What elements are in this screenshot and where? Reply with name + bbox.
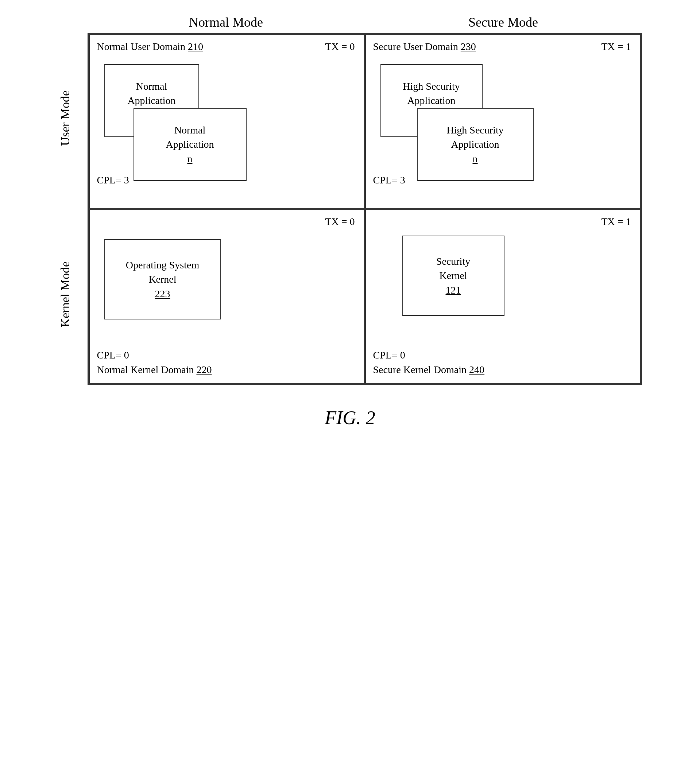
security-kernel-box: Security Kernel 121 — [402, 236, 504, 316]
os-kernel-text: Operating System Kernel 223 — [126, 258, 199, 301]
secure-user-cpl: CPL= 3 — [373, 174, 405, 186]
secure-kernel-cpl: CPL= 0 — [373, 349, 405, 361]
user-mode-label: User Mode — [58, 91, 88, 146]
high-app-n-text: High Security Application n — [446, 123, 503, 166]
normal-kernel-domain-label: Normal Kernel Domain 220 — [97, 364, 212, 376]
normal-user-domain-title: Normal User Domain 210 — [97, 41, 204, 53]
operating-system-kernel-box: Operating System Kernel 223 — [104, 239, 221, 319]
row-labels: User Mode Kernel Mode — [58, 33, 88, 385]
kernel-mode-label: Kernel Mode — [58, 261, 88, 327]
secure-user-tx: TX = 1 — [601, 41, 631, 53]
security-kernel-text: Security Kernel 121 — [436, 254, 470, 297]
secure-user-domain-cell: Secure User Domain 230 TX = 1 High Secur… — [365, 34, 641, 209]
column-headers: Normal Mode Secure Mode — [58, 14, 642, 30]
figure-label: FIG. 2 — [325, 407, 375, 429]
normal-user-tx: TX = 0 — [325, 41, 355, 53]
secure-kernel-domain-cell: TX = 1 Security Kernel 121 CPL= 0 Secure… — [365, 209, 641, 384]
main-grid: User Mode Kernel Mode Normal User Domain… — [58, 33, 642, 385]
normal-user-domain-cell: Normal User Domain 210 TX = 0 Normal App… — [89, 34, 365, 209]
high-security-application-n-box: High Security Application n — [417, 108, 534, 181]
secure-mode-header: Secure Mode — [365, 14, 642, 30]
normal-user-cpl: CPL= 3 — [97, 174, 129, 186]
normal-app-n-text: Normal Application n — [166, 123, 214, 166]
secure-user-domain-title: Secure User Domain 230 — [373, 41, 476, 53]
normal-kernel-tx: TX = 0 — [325, 216, 355, 227]
main-diagram-grid: Normal User Domain 210 TX = 0 Normal App… — [88, 33, 642, 385]
secure-kernel-tx: TX = 1 — [601, 216, 631, 227]
normal-kernel-domain-cell: TX = 0 Operating System Kernel 223 CPL= … — [89, 209, 365, 384]
normal-application-n-box: Normal Application n — [133, 108, 247, 181]
normal-kernel-cpl: CPL= 0 — [97, 349, 129, 361]
secure-kernel-domain-label: Secure Kernel Domain 240 — [373, 364, 485, 376]
diagram-container: Normal Mode Secure Mode User Mode Kernel… — [58, 14, 642, 429]
normal-mode-header: Normal Mode — [88, 14, 365, 30]
